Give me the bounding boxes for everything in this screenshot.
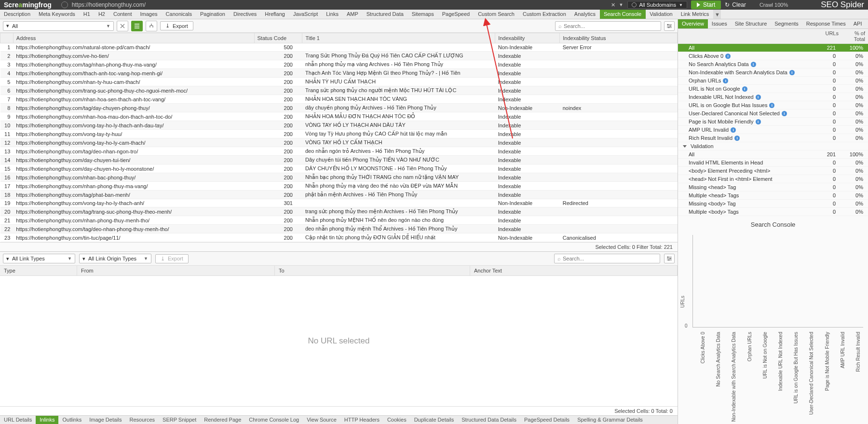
- details-tab-image-details[interactable]: Image Details: [85, 416, 125, 424]
- tab-canonicals[interactable]: Canonicals: [162, 10, 196, 19]
- info-icon[interactable]: i: [742, 86, 747, 92]
- details-column-header[interactable]: From: [77, 266, 275, 275]
- info-icon[interactable]: i: [769, 103, 774, 108]
- right-tab-site-structure[interactable]: Site Structure: [731, 19, 771, 28]
- tab-meta-keywords[interactable]: Meta Keywords: [35, 10, 80, 19]
- table-row[interactable]: 22https://hotienphongthuy.com/tag/deo-nh…: [0, 225, 678, 233]
- details-column-header[interactable]: Type: [0, 266, 77, 275]
- details-tab-http-headers[interactable]: HTTP Headers: [340, 416, 383, 424]
- details-tab-duplicate-details[interactable]: Duplicate Details: [410, 416, 458, 424]
- info-icon[interactable]: i: [751, 62, 756, 67]
- table-row[interactable]: 6https://hotienphongthuy.com/trang-suc-p…: [0, 86, 678, 95]
- tab-validation[interactable]: Validation: [646, 10, 677, 19]
- table-row[interactable]: 10https://hotienphongthuy.com/vong-tay-h…: [0, 121, 678, 130]
- info-icon[interactable]: i: [723, 78, 728, 83]
- crawl-url-field[interactable]: https://hotienphongthuy.com/: [61, 1, 146, 8]
- view-tree-button[interactable]: [146, 21, 157, 31]
- right-tab-api[interactable]: API: [850, 19, 866, 28]
- details-search-input[interactable]: [563, 256, 657, 261]
- overview-row[interactable]: AMP URL Invalidi00%: [678, 126, 868, 134]
- details-tab-outlinks[interactable]: Outlinks: [58, 416, 85, 424]
- tab-javascript[interactable]: JavaScript: [289, 10, 322, 19]
- clear-button[interactable]: ↻ Clear: [725, 1, 746, 8]
- overview-row[interactable]: Invalid HTML Elements in Head00%: [678, 159, 868, 167]
- right-tab-response-times[interactable]: Response Times: [802, 19, 850, 28]
- details-tab-structured-data-details[interactable]: Structured Data Details: [458, 416, 520, 424]
- tab-sitemaps[interactable]: Sitemaps: [408, 10, 438, 19]
- info-icon[interactable]: i: [789, 70, 795, 75]
- table-row[interactable]: 11https://hotienphongthuy.com/vong-tay-t…: [0, 130, 678, 138]
- details-export-button[interactable]: ⤓ Export: [155, 254, 189, 263]
- overview-row[interactable]: Multiple <head> Tags00%: [678, 191, 868, 200]
- tab-amp[interactable]: AMP: [343, 10, 363, 19]
- details-search[interactable]: ⌕: [554, 254, 660, 263]
- tab-links[interactable]: Links: [322, 10, 343, 19]
- details-tab-url-details[interactable]: URL Details: [0, 416, 36, 424]
- table-row[interactable]: 17https://hotienphongthuy.com/nhan-phong…: [0, 182, 678, 191]
- right-tab-segments[interactable]: Segments: [771, 19, 802, 28]
- overview-row[interactable]: Indexable URL Not Indexedi00%: [678, 93, 868, 101]
- table-row[interactable]: 9https://hotienphongthuy.com/nhan-hoa-ma…: [0, 112, 678, 121]
- tab-hreflang[interactable]: Hreflang: [261, 10, 289, 19]
- clear-filter-button[interactable]: [117, 21, 128, 31]
- table-row[interactable]: 4https://hotienphongthuy.com/thach-anh-t…: [0, 69, 678, 78]
- table-row[interactable]: 13https://hotienphongthuy.com/tag/deo-nh…: [0, 147, 678, 156]
- details-tab-pagespeed-details[interactable]: PageSpeed Details: [520, 416, 573, 424]
- tab-h1[interactable]: H1: [80, 10, 95, 19]
- tab-structured-data[interactable]: Structured Data: [363, 10, 408, 19]
- tab-description[interactable]: Description: [0, 10, 35, 19]
- overview-row[interactable]: Validation: [678, 142, 868, 150]
- overview-row[interactable]: URL is on Google But Has Issuesi00%: [678, 101, 868, 109]
- table-row[interactable]: 8https://hotienphongthuy.com/tag/day-chu…: [0, 104, 678, 112]
- overview-row[interactable]: No Search Analytics Datai00%: [678, 60, 868, 68]
- table-row[interactable]: 14https://hotienphongthuy.com/day-chuyen…: [0, 156, 678, 164]
- tab-content[interactable]: Content: [109, 10, 136, 19]
- tab-h2[interactable]: H2: [95, 10, 109, 19]
- details-tab-chrome-console-log[interactable]: Chrome Console Log: [245, 416, 303, 424]
- table-row[interactable]: 21https://hotienphongthuy.com/nhan-phong…: [0, 216, 678, 225]
- overview-row[interactable]: Multiple <body> Tags00%: [678, 208, 868, 216]
- info-icon[interactable]: i: [734, 136, 740, 141]
- url-table[interactable]: AddressStatus CodeTitle 1IndexabilityInd…: [0, 33, 678, 242]
- table-row[interactable]: 15https://hotienphongthuy.com/day-chuyen…: [0, 164, 678, 173]
- tab-pagespeed[interactable]: PageSpeed: [438, 10, 475, 19]
- overview-row[interactable]: Non-Indexable with Search Analytics Data…: [678, 68, 868, 77]
- column-header[interactable]: Status Code: [254, 33, 302, 43]
- column-header[interactable]: Indexability: [495, 33, 560, 43]
- column-header[interactable]: Title 1: [302, 33, 495, 43]
- table-row[interactable]: 20https://hotienphongthuy.com/tag/trang-…: [0, 207, 678, 216]
- column-header[interactable]: [0, 33, 14, 43]
- view-list-button[interactable]: [131, 21, 143, 31]
- overview-row[interactable]: Clicks Above 0i00%: [678, 52, 868, 60]
- column-header[interactable]: Indexability Status: [560, 33, 678, 43]
- overview-row[interactable]: All221100%: [678, 44, 868, 52]
- table-row[interactable]: 16https://hotienphongthuy.com/nhan-bac-p…: [0, 173, 678, 182]
- overview-row[interactable]: <head> Not First in <html> Element00%: [678, 175, 868, 183]
- details-column-header[interactable]: To: [275, 266, 470, 275]
- tab-custom-extraction[interactable]: Custom Extraction: [519, 10, 570, 19]
- table-row[interactable]: 3https://hotienphongthuy.com/tag/nhan-ph…: [0, 60, 678, 69]
- overview-row[interactable]: All201100%: [678, 150, 868, 159]
- info-icon[interactable]: i: [756, 95, 761, 100]
- overview-row[interactable]: <body> Element Preceding <html>00%: [678, 167, 868, 175]
- start-button[interactable]: Start: [691, 0, 721, 9]
- table-row[interactable]: 23https://hotienphongthuy.com/tin-tuc/pa…: [0, 233, 678, 242]
- crawl-mode-dropdown[interactable]: All Subdomains ▼: [627, 1, 687, 9]
- link-types-dropdown[interactable]: ▾ All Link Types▼: [3, 254, 75, 263]
- link-origin-dropdown[interactable]: ▾ All Link Origin Types▼: [79, 254, 151, 263]
- filter-dropdown[interactable]: ▾ All ▼: [3, 21, 114, 31]
- tab-link-metrics[interactable]: Link Metrics: [677, 10, 714, 19]
- table-row[interactable]: 7https://hotienphongthuy.com/nhan-hoa-se…: [0, 95, 678, 104]
- tab-images[interactable]: Images: [136, 10, 162, 19]
- overview-row[interactable]: Orphan URLsi00%: [678, 77, 868, 85]
- table-settings-button[interactable]: [664, 21, 675, 31]
- details-tab-resources[interactable]: Resources: [125, 416, 159, 424]
- table-row[interactable]: 12https://hotienphongthuy.com/vong-tay-h…: [0, 138, 678, 147]
- tab-custom-search[interactable]: Custom Search: [474, 10, 519, 19]
- tab-directives[interactable]: Directives: [230, 10, 261, 19]
- details-tab-view-source[interactable]: View Source: [303, 416, 340, 424]
- table-row[interactable]: 5https://hotienphongthuy.com/nhan-ty-huu…: [0, 78, 678, 86]
- overview-row[interactable]: Page is Not Mobile Friendlyi00%: [678, 118, 868, 126]
- tab-analytics[interactable]: Analytics: [570, 10, 600, 19]
- overview-row[interactable]: Rich Result Invalidi00%: [678, 134, 868, 142]
